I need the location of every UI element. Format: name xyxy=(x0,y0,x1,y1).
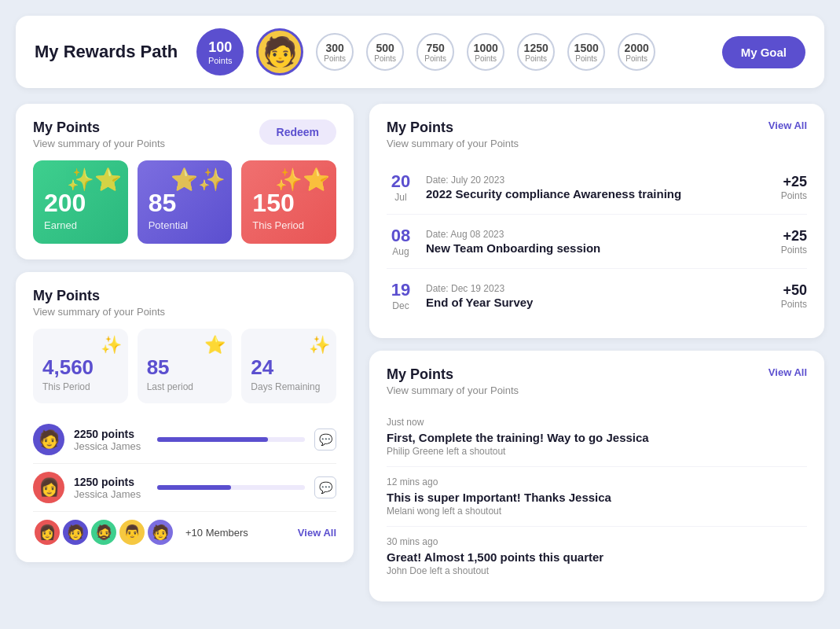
member-avatar-3: 🧔 xyxy=(90,518,118,546)
days-remaining-label: Days Remaining xyxy=(251,381,327,392)
activity-date-line-2: Date: Aug 08 2023 xyxy=(426,229,770,240)
rewards-path-header: My Rewards Path 100 Points 🧑 300 Points … xyxy=(16,16,824,88)
milestone-1250: 1250 Points xyxy=(517,33,555,71)
lb-name-2: Jessica James xyxy=(74,488,148,500)
potential-label: Potential xyxy=(149,219,222,231)
this-period-detail-value: 4,560 xyxy=(42,355,119,380)
member-avatar-4: 👨 xyxy=(118,518,146,546)
activity-name-3: End of Year Survey xyxy=(426,296,770,309)
activity-date-2: 08 Aug xyxy=(387,226,415,257)
member-avatar-5: 🧑 xyxy=(146,518,174,546)
shoutout-time-1: Just now xyxy=(387,417,807,428)
last-period-detail: ⭐ 85 Last period xyxy=(138,329,233,403)
last-period-detail-value: 85 xyxy=(147,355,223,380)
activity-view-all[interactable]: View All xyxy=(768,120,807,131)
shoutout-from-3: John Doe left a shoutout xyxy=(387,565,807,576)
sparkle-icon: ✨ xyxy=(101,335,122,355)
days-remaining-value: 24 xyxy=(251,355,327,380)
activity-row-2: 08 Aug Date: Aug 08 2023 New Team Onboar… xyxy=(387,215,807,269)
activity-date-3: 19 Dec xyxy=(387,280,415,311)
activity-month-1: Jul xyxy=(387,192,415,203)
potential-tile: ⭐✨ 85 Potential xyxy=(138,160,233,244)
shoutout-from-1: Philip Greene left a shoutout xyxy=(387,446,807,457)
potential-value: 85 xyxy=(149,189,222,218)
activity-day-2: 08 xyxy=(387,226,415,246)
members-view-all[interactable]: View All xyxy=(298,527,336,539)
right-column: My Points View summary of your Points Vi… xyxy=(369,104,824,601)
star-icon: ⭐ xyxy=(204,335,226,355)
lb-points-2: 1250 points xyxy=(74,476,148,488)
earned-tile: ✨⭐ 200 Earned xyxy=(33,160,128,244)
shoutouts-subtitle: View summary of your Points xyxy=(387,384,519,396)
lb-name-1: Jessica James xyxy=(74,440,148,452)
shoutout-message-3: Great! Almost 1,500 points this quarter xyxy=(387,550,807,564)
activity-day-3: 19 xyxy=(387,280,415,300)
current-points-value: 100 xyxy=(208,39,232,56)
activity-month-3: Dec xyxy=(387,300,415,311)
lb-points-1: 2250 points xyxy=(74,428,148,440)
points-summary-title: My Points xyxy=(33,120,165,136)
activity-card: My Points View summary of your Points Vi… xyxy=(369,104,824,338)
earned-value: 200 xyxy=(44,189,117,218)
shoutout-message-2: This is super Important! Thanks Jessica xyxy=(387,491,807,504)
activity-pts-val-1: +25 xyxy=(781,174,807,190)
activity-pts-val-3: +50 xyxy=(781,282,807,299)
page-title: My Rewards Path xyxy=(35,42,178,62)
points-tiles: ✨⭐ 200 Earned ⭐✨ 85 Potential ✨⭐ 150 Thi… xyxy=(33,160,336,244)
detail-tiles: ✨ 4,560 This Period ⭐ 85 Last period ✨ 2… xyxy=(33,329,336,403)
points-summary-subtitle: View summary of your Points xyxy=(33,138,165,149)
shoutout-time-2: 12 mins ago xyxy=(387,476,807,487)
sparkle-icon-2: ✨ xyxy=(309,335,330,355)
activity-row-1: 20 Jul Date: July 20 2023 2022 Security … xyxy=(387,160,807,215)
redeem-button[interactable]: Redeem xyxy=(259,120,336,145)
shoutout-message-1: First, Complete the training! Way to go … xyxy=(387,431,807,444)
left-column: My Points View summary of your Points Re… xyxy=(16,104,354,601)
my-goal-button[interactable]: My Goal xyxy=(722,36,805,68)
lb-bar-1 xyxy=(157,437,268,442)
this-period-label: This Period xyxy=(252,219,325,231)
main-grid: My Points View summary of your Points Re… xyxy=(16,104,824,601)
milestone-750: 750 Points xyxy=(416,33,454,71)
points-summary-card: My Points View summary of your Points Re… xyxy=(16,104,354,259)
leaderboard-row-2: 👩 1250 points Jessica James 💬 xyxy=(33,464,336,512)
stars-icon-3: ✨⭐ xyxy=(275,167,330,193)
activity-pts-val-2: +25 xyxy=(781,228,807,245)
chat-icon-1[interactable]: 💬 xyxy=(314,429,336,451)
this-period-value: 150 xyxy=(252,189,325,218)
member-avatar-2: 🧑 xyxy=(61,518,90,546)
shoutout-row-2: 12 mins ago This is super Important! Tha… xyxy=(387,467,807,527)
activity-row-3: 19 Dec Date: Dec 19 2023 End of Year Sur… xyxy=(387,269,807,322)
members-count: +10 Members xyxy=(185,527,248,539)
days-remaining-detail: ✨ 24 Days Remaining xyxy=(241,329,336,403)
shoutout-row-1: Just now First, Complete the training! W… xyxy=(387,407,807,467)
activity-date-1: 20 Jul xyxy=(387,171,415,203)
earned-label: Earned xyxy=(44,219,117,231)
current-points-label: Points xyxy=(208,56,233,65)
stars-icon: ✨⭐ xyxy=(67,167,122,193)
shoutouts-view-all[interactable]: View All xyxy=(768,366,807,378)
activity-date-line-1: Date: July 20 2023 xyxy=(426,175,770,186)
activity-name-1: 2022 Security compliance Awareness train… xyxy=(426,187,770,200)
activity-subtitle: View summary of your Points xyxy=(387,138,519,149)
milestone-2000: 2000 Points xyxy=(618,33,655,71)
activity-day-1: 20 xyxy=(387,171,415,192)
activity-pts-lbl-2: Points xyxy=(781,245,807,256)
shoutout-row-3: 30 mins ago Great! Almost 1,500 points t… xyxy=(387,527,807,586)
last-period-detail-label: Last period xyxy=(147,381,223,392)
current-milestone: 100 Points xyxy=(196,28,244,75)
milestone-300: 300 Points xyxy=(316,33,354,71)
activity-pts-lbl-1: Points xyxy=(781,190,807,201)
shoutout-from-2: Melani wong left a shoutout xyxy=(387,506,807,517)
activity-pts-lbl-3: Points xyxy=(781,299,807,310)
chat-icon-2[interactable]: 💬 xyxy=(314,476,336,498)
lb-avatar-2: 👩 xyxy=(33,472,64,503)
this-period-detail-label: This Period xyxy=(42,381,119,392)
lb-bar-wrap-1 xyxy=(157,437,305,442)
stars-icon-2: ⭐✨ xyxy=(171,167,226,193)
shoutouts-card: My Points View summary of your Points Vi… xyxy=(369,351,824,601)
milestone-1000: 1000 Points xyxy=(467,33,504,71)
points-detail-card: My Points View summary of your Points ✨ … xyxy=(16,272,354,562)
user-avatar: 🧑 xyxy=(256,28,303,75)
lb-avatar-1: 🧑 xyxy=(33,424,64,455)
milestone-500: 500 Points xyxy=(366,33,404,71)
